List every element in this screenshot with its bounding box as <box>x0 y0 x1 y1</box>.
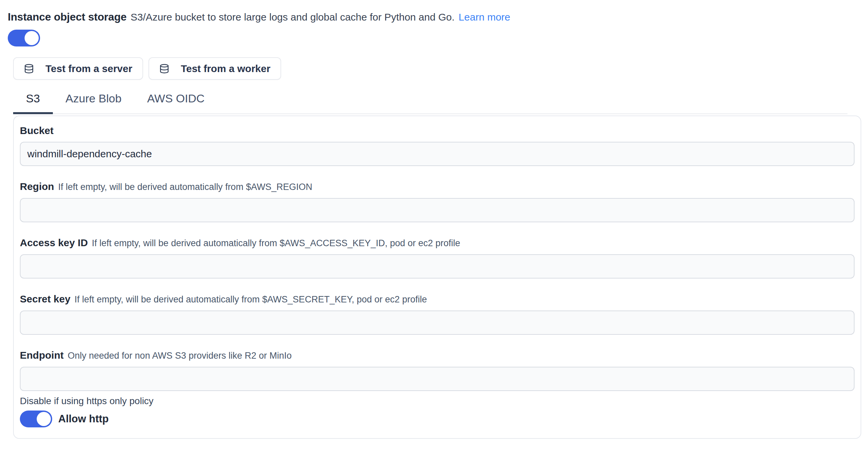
secret-key-label: Secret key <box>20 293 70 305</box>
test-from-server-button[interactable]: Test from a server <box>13 57 143 80</box>
storage-type-tabs: S3 Azure Blob AWS OIDC <box>13 88 847 114</box>
region-label-row: Region If left empty, will be derived au… <box>20 180 855 193</box>
tab-aws-oidc[interactable]: AWS OIDC <box>134 88 217 114</box>
allow-http-label: Allow http <box>58 413 109 425</box>
page-description: S3/Azure bucket to store large logs and … <box>131 10 455 24</box>
bucket-input[interactable] <box>20 142 855 166</box>
secret-key-label-row: Secret key If left empty, will be derive… <box>20 293 855 306</box>
database-icon <box>24 64 34 74</box>
test-from-server-label: Test from a server <box>45 63 132 74</box>
field-secret-key: Secret key If left empty, will be derive… <box>20 293 855 335</box>
access-key-label-row: Access key ID If left empty, will be der… <box>20 236 855 249</box>
access-key-input[interactable] <box>20 254 855 278</box>
tab-azure-blob[interactable]: Azure Blob <box>53 88 134 114</box>
bucket-label-row: Bucket <box>20 124 855 137</box>
field-access-key-id: Access key ID If left empty, will be der… <box>20 236 855 278</box>
secret-key-hint: If left empty, will be derived automatic… <box>74 293 427 306</box>
allow-http-row: Allow http <box>20 411 855 427</box>
secret-key-input[interactable] <box>20 310 855 335</box>
access-key-hint: If left empty, will be derived automatic… <box>92 237 460 249</box>
access-key-label: Access key ID <box>20 236 88 249</box>
page-title: Instance object storage <box>8 10 127 24</box>
toggle-thumb-icon <box>25 31 39 45</box>
instance-object-storage-settings: Instance object storage S3/Azure bucket … <box>0 0 868 439</box>
field-endpoint: Endpoint Only needed for non AWS S3 prov… <box>20 349 855 391</box>
bucket-label: Bucket <box>20 124 54 137</box>
test-buttons-row: Test from a server Test from a worker <box>13 57 861 80</box>
allow-http-note: Disable if using https only policy <box>20 395 855 407</box>
test-from-worker-button[interactable]: Test from a worker <box>149 57 281 80</box>
learn-more-link[interactable]: Learn more <box>459 10 510 24</box>
test-from-worker-label: Test from a worker <box>181 63 270 74</box>
s3-settings-panel: Bucket Region If left empty, will be der… <box>13 116 861 439</box>
region-label: Region <box>20 180 54 193</box>
database-icon <box>159 64 169 74</box>
endpoint-label-row: Endpoint Only needed for non AWS S3 prov… <box>20 349 855 362</box>
field-bucket: Bucket <box>20 124 855 166</box>
header: Instance object storage S3/Azure bucket … <box>8 10 861 24</box>
endpoint-hint: Only needed for non AWS S3 providers lik… <box>68 349 291 362</box>
object-storage-toggle[interactable] <box>8 30 40 47</box>
toggle-thumb-icon <box>37 412 51 426</box>
allow-http-toggle[interactable] <box>20 411 52 427</box>
tab-s3[interactable]: S3 <box>13 88 53 114</box>
endpoint-input[interactable] <box>20 367 855 391</box>
region-hint: If left empty, will be derived automatic… <box>58 181 312 193</box>
field-region: Region If left empty, will be derived au… <box>20 180 855 222</box>
endpoint-label: Endpoint <box>20 349 64 362</box>
region-input[interactable] <box>20 198 855 222</box>
